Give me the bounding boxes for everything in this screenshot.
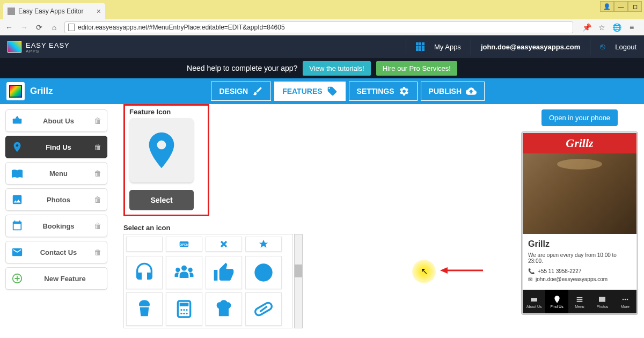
phone-email: ✉john.doe@easyeasyapps.com xyxy=(528,276,631,282)
main-area: About Us 🗑 Find Us 🗑 Menu 🗑 Photos 🗑 Boo… xyxy=(0,104,644,338)
home-button[interactable]: ⌂ xyxy=(49,23,59,32)
my-apps-link[interactable]: My Apps xyxy=(434,43,461,51)
phone-nav-more[interactable]: More xyxy=(614,290,636,313)
svg-point-12 xyxy=(183,309,185,311)
book-icon xyxy=(11,167,23,179)
icon-option-chef-hat[interactable] xyxy=(206,292,242,326)
trash-icon[interactable]: 🗑 xyxy=(94,116,101,125)
minimize-button[interactable]: — xyxy=(614,1,628,12)
menu-icon[interactable]: ≡ xyxy=(627,23,636,32)
reload-button[interactable]: ⟳ xyxy=(34,23,44,32)
icon-option-globe[interactable] xyxy=(245,256,282,289)
back-button[interactable]: ← xyxy=(4,23,14,32)
url-text: editor.easyeasyapps.net/#MenuEntryPlace:… xyxy=(78,24,285,31)
sidebar-item-label: Find Us xyxy=(28,143,89,151)
app-header: EASY EASY APPS My Apps john.doe@easyeasy… xyxy=(0,35,644,58)
icon-option-group[interactable] xyxy=(166,256,202,289)
trash-icon[interactable]: 🗑 xyxy=(94,169,101,178)
open-sign-icon xyxy=(11,115,23,127)
current-app-logo[interactable] xyxy=(6,82,25,100)
tab-publish[interactable]: PUBLISH xyxy=(421,82,485,101)
svg-point-4 xyxy=(181,266,187,271)
phone-hero-image xyxy=(523,153,636,234)
icon-option-thumbs-up[interactable] xyxy=(206,256,242,289)
icon-option-headset[interactable] xyxy=(126,256,163,289)
app-logo-icon xyxy=(8,41,21,53)
sidebar-item-contact-us[interactable]: Contact Us 🗑 xyxy=(5,241,107,263)
phone-preview-panel: Open in your phone Grillz Grillz We are … xyxy=(515,104,644,338)
trash-icon[interactable]: 🗑 xyxy=(94,143,101,151)
phone-nav-menu[interactable]: Menu xyxy=(568,290,591,313)
app-toolbar: Grillz DESIGN FEATURES SETTINGS PUBLISH xyxy=(0,78,644,104)
svg-point-24 xyxy=(626,298,628,300)
sidebar-item-label: Bookings xyxy=(28,222,89,230)
url-input[interactable]: editor.easyeasyapps.net/#MenuEntryPlace:… xyxy=(64,21,573,33)
logo-text: EASY EASY xyxy=(26,41,70,49)
phone-nav-photos[interactable]: Photos xyxy=(591,290,613,313)
sidebar-item-label: Menu xyxy=(28,170,89,178)
user-icon[interactable]: 👤 xyxy=(600,1,614,12)
sidebar-new-feature[interactable]: New Feature xyxy=(5,267,107,290)
tag-icon xyxy=(327,86,338,97)
phone-frame: Grillz Grillz We are open every day from… xyxy=(521,131,638,315)
cursor-icon: ↖ xyxy=(421,266,428,276)
sidebar-item-bookings[interactable]: Bookings 🗑 xyxy=(5,215,107,237)
maximize-button[interactable]: ◻ xyxy=(628,1,642,12)
sidebar-item-label: New Feature xyxy=(28,275,101,283)
icon-option-calculator[interactable] xyxy=(166,292,202,326)
star-icon[interactable]: ☆ xyxy=(597,23,606,32)
svg-point-11 xyxy=(180,309,182,311)
icon-option[interactable] xyxy=(126,237,163,252)
logout-link[interactable]: Logout xyxy=(615,43,636,51)
svg-point-16 xyxy=(186,313,187,314)
icon-grid-scrollbar[interactable] xyxy=(294,234,303,328)
phone-nav: About Us Find Us Menu Photos More xyxy=(523,290,636,313)
apps-grid-icon[interactable] xyxy=(416,42,425,51)
svg-point-8 xyxy=(143,300,146,303)
trash-icon[interactable]: 🗑 xyxy=(94,248,101,256)
feature-icon-label: Feature Icon xyxy=(129,108,203,116)
svg-point-15 xyxy=(183,313,185,314)
sidebar-item-about-us[interactable]: About Us 🗑 xyxy=(5,109,107,132)
sidebar-item-find-us[interactable]: Find Us 🗑 xyxy=(5,136,107,158)
close-tab-icon[interactable]: × xyxy=(97,7,101,16)
gear-icon xyxy=(399,86,409,97)
phone-nav-about[interactable]: About Us xyxy=(523,290,545,313)
pin-icon[interactable]: 📌 xyxy=(582,23,591,32)
icon-option-star[interactable] xyxy=(245,237,282,252)
icon-option-cupcake[interactable] xyxy=(126,292,163,326)
feature-sidebar: About Us 🗑 Find Us 🗑 Menu 🗑 Photos 🗑 Boo… xyxy=(0,104,113,338)
sidebar-item-menu[interactable]: Menu 🗑 xyxy=(5,162,107,185)
globe-icon[interactable]: 🌐 xyxy=(612,23,621,32)
logout-icon[interactable]: ⎋ xyxy=(600,42,605,52)
trash-icon[interactable]: 🗑 xyxy=(94,195,101,204)
sidebar-item-photos[interactable]: Photos 🗑 xyxy=(5,188,107,211)
feature-icon-preview xyxy=(129,118,194,182)
icon-option-open[interactable]: OPEN xyxy=(166,237,202,252)
select-button[interactable]: Select xyxy=(129,190,194,210)
help-text: Need help to complete your app? xyxy=(187,64,297,72)
mail-icon xyxy=(11,246,23,258)
trash-icon[interactable]: 🗑 xyxy=(94,222,101,230)
icon-option-cross[interactable] xyxy=(206,237,242,252)
pro-services-button[interactable]: Hire our Pro Services! xyxy=(376,61,457,76)
forward-button[interactable]: → xyxy=(19,23,29,32)
tab-design[interactable]: DESIGN xyxy=(211,82,271,101)
svg-point-5 xyxy=(175,268,180,272)
annotation-arrow xyxy=(440,265,483,276)
icon-option-pill[interactable] xyxy=(245,292,282,326)
user-email[interactable]: john.doe@easyeasyapps.com xyxy=(481,43,580,51)
tab-settings[interactable]: SETTINGS xyxy=(349,82,418,101)
browser-tab[interactable]: Easy Easy Apps Editor × xyxy=(3,3,105,19)
svg-point-23 xyxy=(624,298,626,300)
phone-body: Grillz We are open every day from 10:00 … xyxy=(523,234,636,290)
tutorials-button[interactable]: View the tutorials! xyxy=(303,61,370,76)
open-in-phone-button[interactable]: Open in your phone xyxy=(541,109,618,126)
svg-point-13 xyxy=(186,309,187,311)
current-app-name: Grillz xyxy=(30,86,53,97)
tab-features[interactable]: FEATURES xyxy=(274,82,345,101)
scroll-thumb[interactable] xyxy=(295,264,302,277)
phone-nav-findus[interactable]: Find Us xyxy=(545,290,568,313)
brush-icon xyxy=(252,86,263,97)
sidebar-item-label: Photos xyxy=(28,196,89,204)
